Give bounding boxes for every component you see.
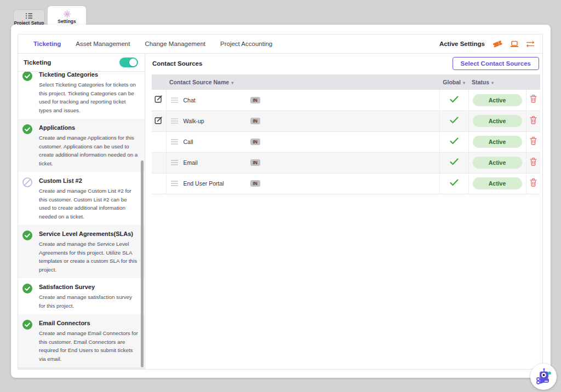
settings-gear-icon bbox=[64, 10, 71, 18]
sidebar-item-text: Email Connectors Create and manage Email… bbox=[39, 319, 139, 363]
global-check-icon bbox=[450, 116, 459, 125]
sidebar-title: Ticketing bbox=[24, 59, 51, 66]
nav-change-management[interactable]: Change Management bbox=[145, 41, 205, 47]
contact-source-name: Chat bbox=[184, 97, 245, 103]
sidebar-item-description: Create and manage satisfaction survey fo… bbox=[39, 293, 139, 310]
drag-handle-icon[interactable] bbox=[171, 181, 178, 186]
drag-handle-icon[interactable] bbox=[171, 118, 178, 124]
delete-icon[interactable] bbox=[530, 137, 537, 145]
page-title: Contact Sources bbox=[152, 60, 202, 67]
edit-icon[interactable] bbox=[154, 116, 163, 124]
sidebar-item-title: Ticketing Categories bbox=[39, 72, 139, 79]
chat-mascot-button[interactable] bbox=[530, 364, 557, 390]
sidebar-item-description: Select Ticketing Categories for tickets … bbox=[39, 80, 139, 114]
table-header-row: Contact Source Name▾ Global▾ Status▾ bbox=[152, 74, 540, 90]
delete-icon[interactable] bbox=[530, 158, 537, 166]
check-circle-icon bbox=[22, 123, 32, 168]
settings-card: Ticketing Asset Management Change Manage… bbox=[11, 25, 551, 378]
ticketing-sidebar: Ticketing Ticketing Categories Select Ti… bbox=[18, 54, 145, 369]
delete-icon[interactable] bbox=[530, 95, 537, 103]
settings-panel: Ticketing Asset Management Change Manage… bbox=[18, 34, 543, 370]
edit-column-header bbox=[152, 74, 166, 90]
nav-asset-management[interactable]: Asset Management bbox=[76, 41, 130, 47]
contact-sources-pane: Contact Sources Select Contact Sources C… bbox=[145, 54, 542, 369]
check-circle-icon bbox=[22, 319, 32, 363]
ticket-icon[interactable] bbox=[493, 40, 503, 48]
sort-arrow-icon: ▾ bbox=[231, 80, 233, 85]
drag-handle-icon[interactable] bbox=[171, 97, 178, 103]
sidebar-item-description: Create and manage Applications for this … bbox=[39, 134, 139, 168]
sidebar-item-description: Create and manage the Service Level Agre… bbox=[39, 240, 139, 274]
in-badge: IN bbox=[250, 159, 261, 166]
sidebar-item-title: Custom List #2 bbox=[39, 176, 139, 185]
check-circle-icon bbox=[22, 283, 32, 310]
in-badge: IN bbox=[250, 118, 261, 125]
sidebar-item-text: Custom List #2 Create and manage Custom … bbox=[39, 176, 139, 221]
sidebar-item-title: Satisfaction Survey bbox=[39, 283, 139, 291]
sidebar-item-description: Create and manage Email Connectors for t… bbox=[39, 329, 139, 363]
contact-source-name: Email bbox=[184, 159, 245, 166]
sidebar-item-ticketing-categories[interactable]: Ticketing Categories Select Ticketing Ca… bbox=[18, 72, 145, 119]
blocked-circle-icon bbox=[22, 176, 32, 221]
delete-column-header bbox=[526, 74, 540, 90]
active-settings-group: Active Settings bbox=[439, 40, 535, 48]
laptop-icon[interactable] bbox=[510, 41, 519, 48]
in-badge: IN bbox=[250, 97, 261, 104]
robot-mascot-icon bbox=[533, 366, 554, 388]
contact-sources-header: Contact Sources Select Contact Sources bbox=[145, 54, 542, 73]
delete-icon[interactable] bbox=[530, 178, 537, 187]
sidebar-item-text: Service Level Agreements(SLAs) Create an… bbox=[39, 229, 139, 274]
check-circle-icon bbox=[22, 72, 32, 114]
sort-arrow-icon: ▾ bbox=[491, 80, 494, 85]
nav-project-accounting[interactable]: Project Accounting bbox=[220, 41, 272, 47]
table-row-end-user-portal: End User Portal IN Active bbox=[152, 173, 540, 194]
select-contact-sources-button[interactable]: Select Contact Sources bbox=[453, 57, 539, 70]
sidebar-item-slas[interactable]: Service Level Agreements(SLAs) Create an… bbox=[18, 225, 145, 278]
sidebar-item-custom-list-2[interactable]: Custom List #2 Create and manage Custom … bbox=[18, 172, 145, 225]
table-row-call: Call IN Active bbox=[152, 131, 540, 152]
status-badge: Active bbox=[473, 115, 522, 127]
settings-nav-links: Ticketing Asset Management Change Manage… bbox=[33, 41, 272, 47]
status-badge: Active bbox=[473, 94, 522, 106]
contact-source-name: End User Portal bbox=[184, 180, 245, 187]
table-row-email: Email IN Active bbox=[152, 152, 540, 173]
name-column-header[interactable]: Contact Source Name▾ bbox=[166, 74, 439, 90]
drag-handle-icon[interactable] bbox=[171, 160, 178, 165]
sidebar-item-email-connectors[interactable]: Email Connectors Create and manage Email… bbox=[18, 314, 145, 367]
sidebar-list: Ticketing Categories Select Ticketing Ca… bbox=[18, 72, 145, 369]
settings-content: Ticketing Ticketing Categories Select Ti… bbox=[18, 54, 542, 369]
ticketing-toggle[interactable] bbox=[119, 57, 138, 67]
contact-source-name: Walk-up bbox=[184, 118, 245, 124]
delete-icon[interactable] bbox=[530, 116, 537, 124]
sidebar-item-contact-sources[interactable]: Contact Sources Create and manage additi… bbox=[18, 367, 145, 369]
in-badge: IN bbox=[250, 180, 261, 187]
table-row-chat: Chat IN Active bbox=[152, 90, 540, 111]
settings-nav: Ticketing Asset Management Change Manage… bbox=[18, 34, 542, 54]
status-badge: Active bbox=[473, 136, 522, 148]
global-check-icon bbox=[450, 95, 459, 105]
global-column-header[interactable]: Global▾ bbox=[439, 74, 468, 90]
status-badge: Active bbox=[473, 177, 522, 189]
nav-ticketing[interactable]: Ticketing bbox=[33, 41, 61, 47]
status-badge: Active bbox=[473, 157, 522, 169]
sidebar-item-description: Create and manage Custom List #2 for thi… bbox=[39, 187, 139, 221]
contact-sources-table-wrap: Contact Source Name▾ Global▾ Status▾ bbox=[152, 74, 540, 194]
swap-arrows-icon[interactable] bbox=[526, 41, 535, 48]
sidebar-item-satisfaction-survey[interactable]: Satisfaction Survey Create and manage sa… bbox=[18, 278, 145, 314]
tab-settings-label: Settings bbox=[58, 19, 76, 24]
contact-source-name: Call bbox=[184, 139, 245, 145]
drag-handle-icon[interactable] bbox=[171, 139, 178, 145]
check-circle-icon bbox=[22, 229, 32, 274]
contact-sources-table: Contact Source Name▾ Global▾ Status▾ bbox=[152, 74, 540, 194]
active-settings-label: Active Settings bbox=[439, 41, 485, 47]
project-setup-icon bbox=[25, 13, 33, 19]
sidebar-item-applications[interactable]: Applications Create and manage Applicati… bbox=[18, 119, 145, 172]
sidebar-item-title: Applications bbox=[39, 123, 139, 132]
global-check-icon bbox=[450, 158, 459, 167]
sidebar-scrollbar-thumb[interactable] bbox=[141, 160, 144, 367]
status-column-header[interactable]: Status▾ bbox=[468, 74, 526, 90]
global-check-icon bbox=[450, 137, 459, 146]
global-check-icon bbox=[450, 178, 459, 188]
sidebar-item-text: Ticketing Categories Select Ticketing Ca… bbox=[39, 72, 139, 114]
edit-icon[interactable] bbox=[154, 95, 163, 103]
